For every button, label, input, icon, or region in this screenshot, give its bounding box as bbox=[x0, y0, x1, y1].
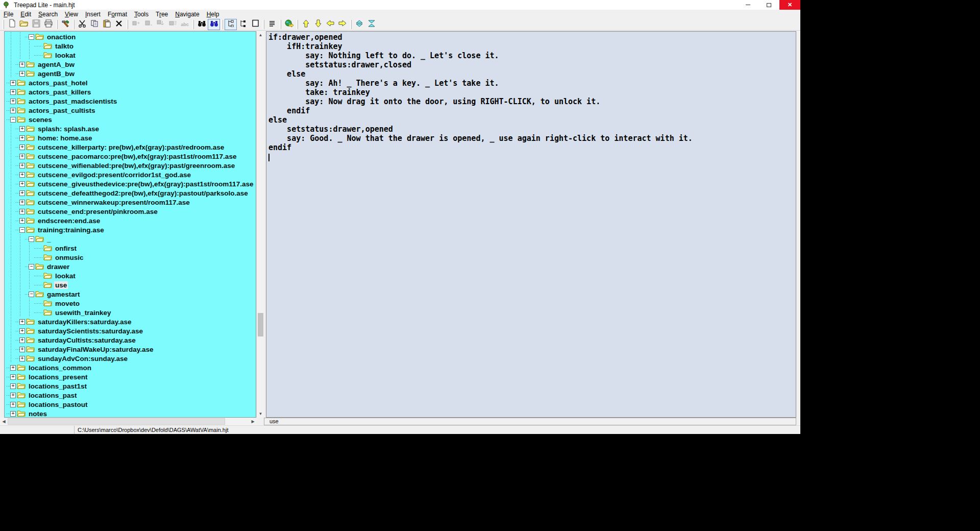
horizontal-scroll-thumb[interactable] bbox=[8, 418, 225, 425]
tree-node-gamestart[interactable]: −gamestart bbox=[5, 289, 256, 299]
options-tools-button[interactable] bbox=[59, 19, 71, 30]
expand-box-icon[interactable]: + bbox=[19, 328, 25, 334]
scroll-up-arrow-icon[interactable]: ▲ bbox=[257, 31, 264, 39]
vertical-scroll-thumb[interactable] bbox=[258, 313, 263, 336]
tree-node-talkto[interactable]: talkto bbox=[5, 41, 256, 51]
tree-node-label[interactable]: cutscene_wifienabled:pre(bw),efx(gray):p… bbox=[37, 162, 236, 170]
tree-node-label[interactable]: scenes bbox=[28, 116, 53, 124]
expand-box-icon[interactable]: + bbox=[19, 163, 25, 168]
tree-node-label[interactable]: talkto bbox=[54, 42, 75, 50]
expand-box-icon[interactable]: + bbox=[10, 80, 16, 86]
tree-node-label[interactable]: onaction bbox=[46, 33, 77, 41]
close-button[interactable]: ✕ bbox=[779, 0, 800, 10]
tree-node-label[interactable]: _ bbox=[46, 235, 52, 243]
expand-box-icon[interactable]: + bbox=[10, 365, 16, 371]
tree-node-label[interactable]: moveto bbox=[54, 300, 81, 307]
tree-node-label[interactable]: use bbox=[54, 281, 68, 289]
tree-node-locations-past1st[interactable]: +locations_past1st bbox=[5, 381, 256, 391]
collapse-box-icon[interactable]: − bbox=[29, 264, 34, 270]
expand-box-icon[interactable]: + bbox=[10, 99, 16, 104]
edit-node-button[interactable] bbox=[166, 19, 179, 30]
tree-node-locations-pastout[interactable]: +locations_pastout bbox=[5, 400, 256, 409]
tree-node-notes[interactable]: +notes bbox=[5, 409, 256, 418]
tree-node-onmusic[interactable]: onmusic bbox=[5, 253, 256, 262]
tree-node-saturdaycultists-saturday-ase[interactable]: +saturdayCultists:saturday.ase bbox=[5, 335, 256, 345]
tree-node-actors-past-madscientists[interactable]: +actors_past_madscientists bbox=[5, 96, 256, 106]
tree-node-label[interactable]: agentA_bw bbox=[37, 61, 76, 68]
tree-node-label[interactable]: saturdayKillers:saturday.ase bbox=[37, 318, 133, 326]
expand-box-icon[interactable]: + bbox=[19, 218, 25, 224]
collapse-box-icon[interactable]: − bbox=[10, 117, 16, 123]
tree-node-agentb-bw[interactable]: +agentB_bw bbox=[5, 69, 256, 78]
tree-node-actors-past-killers[interactable]: +actors_past_killers bbox=[5, 87, 256, 96]
tree-node-label[interactable]: training:training.ase bbox=[37, 226, 105, 234]
menu-format[interactable]: Format bbox=[104, 10, 131, 18]
word-wrap-button[interactable] bbox=[266, 19, 278, 30]
collapse-box-icon[interactable]: − bbox=[29, 34, 34, 40]
open-file-button[interactable] bbox=[18, 19, 30, 30]
tree-node-label[interactable]: actors_past_hotel bbox=[28, 79, 89, 87]
tree-node-label[interactable]: cutscene_winnerwakeup:present/room117.as… bbox=[37, 199, 191, 206]
tree-node-label[interactable]: cutscene_defeatthegod2:pre(bw),efx(gray)… bbox=[37, 189, 249, 197]
expand-box-icon[interactable]: + bbox=[19, 172, 25, 178]
tree-panel[interactable]: −onactiontalktolookat+agentA_bw+agentB_b… bbox=[4, 31, 256, 418]
tree-node-cutscene-winnerwakeup-present-room117-ase[interactable]: +cutscene_winnerwakeup:present/room117.a… bbox=[5, 198, 256, 207]
tree-node-label[interactable]: gamestart bbox=[46, 291, 81, 298]
expand-box-icon[interactable]: + bbox=[10, 374, 16, 380]
article-editor[interactable]: if:drawer,opened ifH:trainkey say: Nothi… bbox=[266, 31, 796, 418]
tree-node-label[interactable]: drawer bbox=[46, 263, 70, 271]
tree-node-label[interactable]: notes bbox=[28, 410, 48, 418]
menu-navigate[interactable]: Navigate bbox=[172, 10, 203, 18]
expand-box-icon[interactable]: + bbox=[19, 337, 25, 343]
tree-node-cutscene-evilgod-present-corridor1st-god-ase[interactable]: +cutscene_evilgod:present/corridor1st_go… bbox=[5, 170, 256, 179]
tree-node-label[interactable]: saturdayScientists:saturday.ase bbox=[37, 327, 144, 335]
tree-node-saturdayfinalwakeup-saturday-ase[interactable]: +saturdayFinalWakeUp:saturday.ase bbox=[5, 345, 256, 354]
search-button[interactable] bbox=[195, 19, 208, 30]
tree-node-label[interactable]: onmusic bbox=[54, 254, 85, 261]
tree-node-locations-past[interactable]: +locations_past bbox=[5, 391, 256, 400]
expand-box-icon[interactable]: + bbox=[19, 62, 25, 67]
collapse-tree-button[interactable] bbox=[237, 19, 249, 30]
scroll-left-arrow-icon[interactable]: ◀ bbox=[0, 418, 8, 425]
tree-node-actors-past-hotel[interactable]: +actors_past_hotel bbox=[5, 78, 256, 87]
tree-node-label[interactable]: locations_common bbox=[28, 364, 92, 372]
tree-node-home-home-ase[interactable]: +home: home.ase bbox=[5, 133, 256, 142]
tree-node-label[interactable]: cutscene_giveusthedevice:pre(bw),efx(gra… bbox=[37, 180, 254, 188]
tree-node-drawer[interactable]: −drawer bbox=[5, 262, 256, 271]
minimize-button[interactable] bbox=[738, 0, 758, 10]
web-links-button[interactable] bbox=[283, 19, 295, 30]
tree-node-scenes[interactable]: −scenes bbox=[5, 115, 256, 124]
tree-node-label[interactable]: lookat bbox=[54, 272, 77, 280]
tree-node-label[interactable]: cutscene_evilgod:present/corridor1st_god… bbox=[37, 171, 192, 179]
expand-box-icon[interactable]: + bbox=[19, 181, 25, 187]
tree-horizontal-scrollbar[interactable]: ◀ ▶ bbox=[0, 418, 264, 425]
tree-node-label[interactable]: usewith_trainkey bbox=[54, 309, 112, 317]
tree-node-lookat[interactable]: lookat bbox=[5, 271, 256, 280]
menu-search[interactable]: Search bbox=[35, 10, 61, 18]
tree-node-label[interactable]: actors_past_killers bbox=[28, 88, 92, 96]
tree-node-splash-splash-ase[interactable]: +splash: splash.ase bbox=[5, 124, 256, 133]
expand-box-icon[interactable]: + bbox=[10, 108, 16, 113]
tree-node-onaction[interactable]: −onaction bbox=[5, 32, 256, 41]
tree-node-label[interactable]: onfirst bbox=[54, 245, 78, 252]
tree-node-label[interactable]: sundayAdvCon:sunday.ase bbox=[37, 355, 129, 363]
tree-node-label[interactable]: cutscene_pacomarco:pre(bw),efx(gray):pas… bbox=[37, 153, 237, 160]
expand-box-icon[interactable]: + bbox=[19, 154, 25, 159]
tree-node-lookat[interactable]: lookat bbox=[5, 51, 256, 60]
menu-help[interactable]: Help bbox=[203, 10, 223, 18]
tree-node-use[interactable]: use bbox=[5, 280, 256, 289]
nav-up-button[interactable] bbox=[300, 19, 312, 30]
tree-node-cutscene-end-present-pinkroom-ase[interactable]: +cutscene_end:present/pinkroom.ase bbox=[5, 207, 256, 216]
expand-box-icon[interactable]: + bbox=[10, 393, 16, 398]
tree-vertical-scrollbar[interactable]: ▲ ▼ bbox=[256, 31, 264, 418]
tree-node-[interactable]: −_ bbox=[5, 234, 256, 244]
collapse-box-icon[interactable]: − bbox=[19, 227, 25, 233]
tree-node-label[interactable]: cutscene_killerparty: pre(bw),efx(gray):… bbox=[37, 143, 225, 151]
nav-forward-button[interactable] bbox=[336, 19, 349, 30]
expand-box-icon[interactable]: + bbox=[19, 190, 25, 196]
tree-node-locations-present[interactable]: +locations_present bbox=[5, 372, 256, 381]
expand-box-icon[interactable]: + bbox=[10, 89, 16, 95]
tree-node-label[interactable]: cutscene_end:present/pinkroom.ase bbox=[37, 208, 159, 215]
expand-box-icon[interactable]: + bbox=[19, 356, 25, 361]
move-node-button[interactable] bbox=[154, 19, 166, 30]
